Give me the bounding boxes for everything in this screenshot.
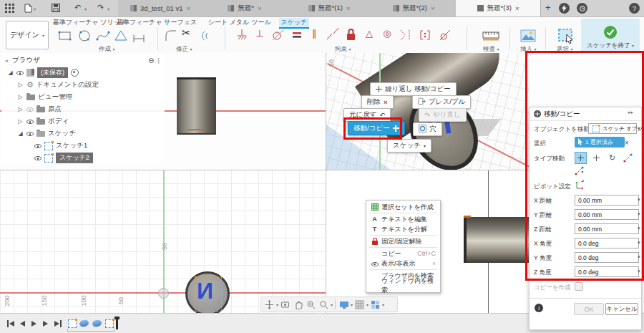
extensions-icon[interactable] [559,3,570,14]
menu-item-fix-unfix[interactable]: 固定/固定解除 [366,236,440,246]
close-icon[interactable]: × [187,4,191,12]
viewports-icon[interactable] [369,299,381,311]
caret-down-icon[interactable]: ▾ [638,211,640,217]
expander-closed-icon[interactable]: ▷ [17,118,24,125]
activate-radio-icon[interactable] [71,69,79,77]
constraint-triangle-icon[interactable]: △ [362,28,376,39]
tab-sheetmetal[interactable]: シート メタル [209,18,248,27]
caret-down-icon[interactable]: ▾ [366,302,369,307]
move-free-icon[interactable] [575,152,587,164]
zoom-window-icon[interactable] [318,299,330,311]
move-point-to-point-icon[interactable] [622,152,634,164]
move-copy-button-highlighted[interactable]: 移動/コピー [348,121,405,135]
x-distance-field[interactable]: 0.00 mm [575,195,639,206]
timeline-feature-extrude1[interactable] [79,320,89,328]
expander-closed-icon[interactable]: ▷ [17,106,24,112]
timeline-position-marker[interactable] [116,317,118,329]
visibility-eye-icon[interactable] [26,130,34,137]
zoom-icon[interactable] [305,299,317,311]
doc-tab-1[interactable]: 3d_test_01 v1 × [118,0,203,16]
orbit-icon[interactable] [263,299,275,311]
doc-tab-2[interactable]: 無題* × [203,0,288,16]
tree-item-sketches[interactable]: ◢ スケッチ [1,127,165,140]
timeline-step-forward-button[interactable] [43,320,48,328]
tab-tools[interactable]: ツール [250,18,272,27]
sketch-circle-profile[interactable]: И [185,271,230,313]
caret-down-icon[interactable]: ▾ [331,302,333,307]
panel-handle-icon[interactable]: ❙ [156,57,161,64]
save-button[interactable] [52,4,60,14]
expander-closed-icon[interactable]: ▷ [17,82,24,88]
circle-tool-icon[interactable] [77,28,92,45]
constraint-fix-icon[interactable] [235,28,249,44]
offset-tool-icon[interactable] [201,28,217,45]
hole-button[interactable]: 穴 [413,122,442,136]
cylinder-side-view-2[interactable] [464,217,530,263]
file-menu-icon[interactable] [24,4,32,14]
tree-item-bodies[interactable]: ▷ ボディ [1,115,165,127]
timeline-step-back-button[interactable] [20,320,25,328]
tree-item-root[interactable]: ◢ (未保存) [1,67,165,79]
timeline-feature-extrude2[interactable] [92,320,102,328]
selection-count-button[interactable]: 1 選択済み [575,137,625,148]
tree-item-sketch2-selected[interactable]: スケッチ2 [1,152,165,164]
move-point-to-position-icon[interactable] [575,166,584,177]
tree-item-view-mgmt[interactable]: ▷ ビュー管理 [1,91,165,103]
visibility-eye-icon[interactable] [16,69,24,77]
viewport-splitter-vertical[interactable] [326,53,326,313]
z-distance-field[interactable]: 0.00 mm [575,223,639,234]
close-icon[interactable]: × [515,4,519,12]
origin-marker[interactable] [158,288,169,299]
doc-tab-5-active[interactable]: 無題*(3) × [456,0,541,16]
doc-tab-3[interactable]: 無題*(1) × [287,0,372,16]
menu-item-create-selection-set[interactable]: 選択セットを作成 [366,202,440,212]
menu-item-show-hide[interactable]: 表示/非表示 ∨ [366,259,440,269]
press-pull-button[interactable]: プレス/プル [412,95,471,109]
constraint-lock-icon[interactable] [343,26,358,44]
tree-item-doc-settings[interactable]: ▷ ⚙ ドキュメントの設定 [1,79,165,91]
ok-button-disabled[interactable]: OK [574,303,604,315]
app-grid-icon[interactable] [5,4,14,14]
pan-hand-icon[interactable] [292,299,304,311]
constraint-midpoint-icon[interactable] [418,28,432,44]
caret-down-icon[interactable]: ▾ [638,197,640,203]
move-rotate-icon[interactable]: ↻ [606,152,618,164]
timeline-feature-sketch1[interactable] [68,319,77,329]
help-icon[interactable]: ? [629,3,640,14]
visibility-eye-off-icon[interactable] [26,106,34,113]
collapse-panel-icon[interactable]: « [5,57,9,64]
timeline-feature-sketch2[interactable] [105,319,114,329]
caret-down-icon[interactable]: ▾ [351,302,353,307]
y-distance-field[interactable]: 0.00 mm [575,209,639,220]
clear-selection-icon[interactable]: × [625,139,629,147]
caret-down-icon[interactable]: ▾ [276,302,278,307]
caret-down-icon[interactable]: ▾ [638,269,640,274]
caret-down-icon[interactable]: ▾ [638,226,640,231]
create-copy-checkbox[interactable] [575,282,583,291]
sketch-submenu-button[interactable]: スケッチ ▾ [387,139,431,153]
design-workspace-dropdown[interactable]: デザイン ▾ [6,21,49,49]
z-angle-field[interactable]: 0.0 deg [575,266,639,277]
close-icon[interactable]: × [258,4,262,12]
expander-closed-icon[interactable]: ▷ [17,94,24,100]
caret-down-icon[interactable]: ▾ [382,302,384,307]
menu-item-explode-text[interactable]: T テキストを分解 [366,224,440,234]
panel-minimize-icon[interactable]: ⊖ [148,57,154,64]
redo-button-context[interactable]: ↷ やり直し [419,108,467,122]
dialog-header[interactable]: 移動/コピー ▸▸ [530,107,641,121]
visibility-eye-icon[interactable] [26,118,34,125]
info-icon[interactable]: i [535,304,543,314]
caret-down-icon[interactable]: ▾ [638,126,640,132]
doc-tab-4[interactable]: 無題*(2) × [371,0,457,16]
undo-button[interactable]: ↶ [74,3,81,12]
insert-image-icon[interactable] [519,28,537,45]
constraint-concentric-icon[interactable]: ◎ [380,28,394,39]
close-icon[interactable]: × [431,4,435,12]
redo-button[interactable]: ↷ [97,3,104,12]
constraint-collinear-icon[interactable] [326,28,340,44]
undo-button-context[interactable]: 元に戻す ↶ [343,108,391,122]
tab-surface[interactable]: 基準フィーチャ サーフェス [127,18,186,27]
close-icon[interactable]: × [346,4,351,12]
caret-down-icon[interactable]: ▾ [638,254,640,260]
constraint-tangent-icon[interactable] [271,28,286,44]
